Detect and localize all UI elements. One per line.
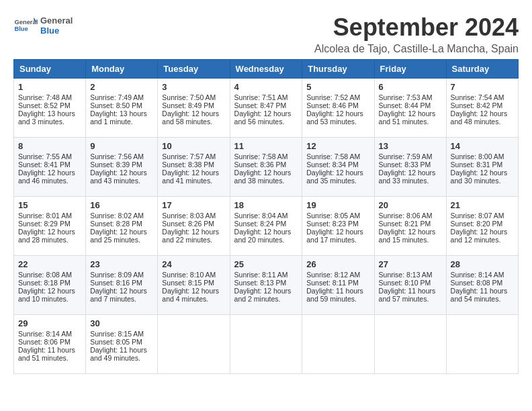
day-cell-8: 8 Sunrise: 7:55 AMSunset: 8:41 PMDayligh…: [14, 138, 86, 197]
day-cell-1: 1 Sunrise: 7:48 AMSunset: 8:52 PMDayligh…: [14, 79, 86, 138]
weekday-header-row: Sunday Monday Tuesday Wednesday Thursday…: [14, 60, 519, 79]
header-sunday: Sunday: [14, 60, 86, 79]
day-cell-12: 12 Sunrise: 7:58 AMSunset: 8:34 PMDaylig…: [302, 138, 374, 197]
day-cell-3: 3 Sunrise: 7:50 AMSunset: 8:49 PMDayligh…: [158, 79, 230, 138]
day-cell-26: 26 Sunrise: 8:12 AMSunset: 8:11 PMDaylig…: [302, 256, 374, 315]
day-cell-23: 23 Sunrise: 8:09 AMSunset: 8:16 PMDaylig…: [86, 256, 158, 315]
day-cell-6: 6 Sunrise: 7:53 AMSunset: 8:44 PMDayligh…: [374, 79, 446, 138]
day-cell-9: 9 Sunrise: 7:56 AMSunset: 8:39 PMDayligh…: [86, 138, 158, 197]
day-cell-29: 29 Sunrise: 8:14 AMSunset: 8:06 PMDaylig…: [14, 315, 86, 374]
day-cell-15: 15 Sunrise: 8:01 AMSunset: 8:29 PMDaylig…: [14, 197, 86, 256]
day-cell-25: 25 Sunrise: 8:11 AMSunset: 8:13 PMDaylig…: [230, 256, 302, 315]
header-wednesday: Wednesday: [230, 60, 302, 79]
week-row-2: 8 Sunrise: 7:55 AMSunset: 8:41 PMDayligh…: [14, 138, 519, 197]
week-row-5: 29 Sunrise: 8:14 AMSunset: 8:06 PMDaylig…: [14, 315, 519, 374]
day-cell-13: 13 Sunrise: 7:59 AMSunset: 8:33 PMDaylig…: [374, 138, 446, 197]
day-cell-2: 2 Sunrise: 7:49 AMSunset: 8:50 PMDayligh…: [86, 79, 158, 138]
logo-blue: Blue: [40, 26, 73, 36]
header-tuesday: Tuesday: [158, 60, 230, 79]
location-subtitle: Alcolea de Tajo, Castille-La Mancha, Spa…: [314, 43, 519, 55]
logo-icon: General Blue: [13, 13, 38, 38]
day-cell-empty-3: [302, 315, 374, 374]
header-saturday: Saturday: [446, 60, 518, 79]
day-cell-11: 11 Sunrise: 7:58 AMSunset: 8:36 PMDaylig…: [230, 138, 302, 197]
day-cell-5: 5 Sunrise: 7:52 AMSunset: 8:46 PMDayligh…: [302, 79, 374, 138]
day-cell-21: 21 Sunrise: 8:07 AMSunset: 8:20 PMDaylig…: [446, 197, 518, 256]
day-cell-empty-2: [230, 315, 302, 374]
day-cell-16: 16 Sunrise: 8:02 AMSunset: 8:28 PMDaylig…: [86, 197, 158, 256]
month-title: September 2024: [314, 13, 519, 42]
day-cell-22: 22 Sunrise: 8:08 AMSunset: 8:18 PMDaylig…: [14, 256, 86, 315]
logo-general: General: [40, 15, 73, 26]
week-row-3: 15 Sunrise: 8:01 AMSunset: 8:29 PMDaylig…: [14, 197, 519, 256]
day-cell-7: 7 Sunrise: 7:54 AMSunset: 8:42 PMDayligh…: [446, 79, 518, 138]
day-cell-28: 28 Sunrise: 8:14 AMSunset: 8:08 PMDaylig…: [446, 256, 518, 315]
day-cell-14: 14 Sunrise: 8:00 AMSunset: 8:31 PMDaylig…: [446, 138, 518, 197]
day-cell-empty-4: [374, 315, 446, 374]
calendar-table: Sunday Monday Tuesday Wednesday Thursday…: [13, 59, 519, 374]
day-cell-20: 20 Sunrise: 8:06 AMSunset: 8:21 PMDaylig…: [374, 197, 446, 256]
day-cell-17: 17 Sunrise: 8:03 AMSunset: 8:26 PMDaylig…: [158, 197, 230, 256]
day-cell-27: 27 Sunrise: 8:13 AMSunset: 8:10 PMDaylig…: [374, 256, 446, 315]
header-monday: Monday: [86, 60, 158, 79]
page-header: General Blue General Blue September 2024…: [13, 13, 519, 55]
day-cell-empty-1: [158, 315, 230, 374]
logo: General Blue General Blue: [13, 13, 73, 38]
svg-text:Blue: Blue: [14, 26, 28, 32]
header-thursday: Thursday: [302, 60, 374, 79]
day-cell-empty-5: [446, 315, 518, 374]
title-area: September 2024 Alcolea de Tajo, Castille…: [314, 13, 519, 55]
day-cell-24: 24 Sunrise: 8:10 AMSunset: 8:15 PMDaylig…: [158, 256, 230, 315]
day-cell-10: 10 Sunrise: 7:57 AMSunset: 8:38 PMDaylig…: [158, 138, 230, 197]
day-cell-19: 19 Sunrise: 8:05 AMSunset: 8:23 PMDaylig…: [302, 197, 374, 256]
week-row-1: 1 Sunrise: 7:48 AMSunset: 8:52 PMDayligh…: [14, 79, 519, 138]
day-cell-18: 18 Sunrise: 8:04 AMSunset: 8:24 PMDaylig…: [230, 197, 302, 256]
day-cell-4: 4 Sunrise: 7:51 AMSunset: 8:47 PMDayligh…: [230, 79, 302, 138]
day-cell-30: 30 Sunrise: 8:15 AMSunset: 8:05 PMDaylig…: [86, 315, 158, 374]
week-row-4: 22 Sunrise: 8:08 AMSunset: 8:18 PMDaylig…: [14, 256, 519, 315]
header-friday: Friday: [374, 60, 446, 79]
